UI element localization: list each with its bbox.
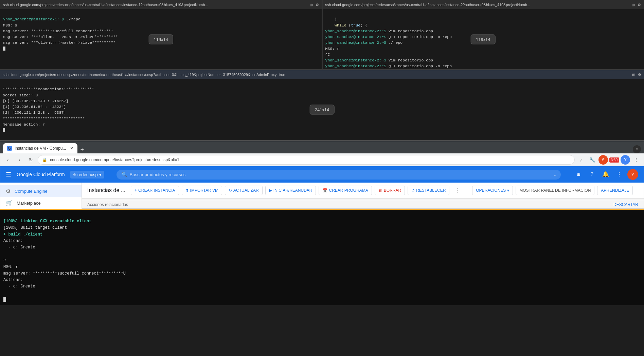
terminal-middle-body: ***************connections************* … (0, 79, 644, 140)
terminal-top-left-content: yhon_sanchez@instance-1:~$ ./repo MSG: s… (3, 11, 319, 52)
mid-cursor: █ (3, 128, 5, 132)
terminal-middle-dimension: 241x14 (310, 105, 335, 115)
tr-cmd1: vim repositorio.cpp (386, 29, 433, 33)
terminal-cmd: ./repo (64, 17, 80, 21)
terminal-top-right-title: ssh.cloud.google.com/projects/redesucsp/… (325, 3, 531, 7)
help-icon[interactable]: ? (587, 169, 597, 180)
ip-internal-1: 10.128.0.3 (nic0) (351, 199, 458, 200)
terminal-prompt: yhon_sanchez@instance-1:~$ (3, 17, 64, 21)
url-text: console.cloud.google.com/compute/instanc… (50, 157, 179, 162)
profile-avatar[interactable]: Y (621, 155, 630, 165)
tr-cmd4: vim repositorio.cpp (386, 58, 433, 62)
tr-cmd2: g++ repositorio.cpp -o repo (386, 35, 452, 39)
bt-line1: [100%] Linking CXX executable client (3, 219, 91, 224)
tr-prompt3: yhon_sanchez@instance-2:~$ (325, 40, 386, 45)
gcp-logo-text: Google Cloud Platform (17, 172, 65, 177)
more-actions-btn[interactable]: ⋮ (452, 185, 464, 195)
back-btn[interactable]: ‹ (3, 155, 13, 165)
address-bar[interactable]: 🔒 console.cloud.google.com/compute/insta… (38, 155, 575, 165)
aprendizaje-btn[interactable]: APRENDIZAJE (597, 186, 633, 195)
terminal-top-left-title: ssh.cloud.google.com/projects/redesucsp/… (3, 3, 208, 7)
compute-icon: ⚙ (6, 188, 11, 194)
refresh-btn[interactable]: ↻ (26, 155, 36, 165)
top-terminals-container: ssh.cloud.google.com/projects/redesucsp/… (0, 0, 644, 70)
iniciar-btn[interactable]: ▶ INICIAR/REANUDAR (265, 186, 316, 195)
browser-toolbar-right: ☆ 🔧 A 3:30 Y ⋮ (577, 155, 641, 165)
browser-tabs: G Instancias de VM - Compu... ✕ + ○ (0, 141, 644, 153)
sidebar-item-marketplace[interactable]: 🛒 Marketplace (0, 197, 82, 209)
terminal-top-left: ssh.cloud.google.com/projects/redesucsp/… (0, 0, 322, 70)
browser-tab-active[interactable]: G Instancias de VM - Compu... ✕ (3, 143, 77, 153)
browser-chrome: G Instancias de VM - Compu... ✕ + ○ ‹ › … (0, 141, 644, 166)
t1cursor: █ (3, 46, 5, 51)
more-options-icon[interactable]: ⋮ (614, 169, 625, 180)
tab-favicon: G (7, 146, 12, 151)
tr-keyword: while (335, 23, 346, 27)
tab-title: Instancias de VM - Compu... (15, 146, 66, 151)
discard-btn[interactable]: DESCARTAR (613, 202, 638, 207)
code-icon[interactable]: ⊞ (573, 169, 584, 180)
ops-dropdown: ▾ (507, 188, 509, 193)
play-icon: ▶ (269, 188, 272, 193)
gcp-search-bar: 🔍 ⌄ (117, 170, 561, 180)
panel-info-btn[interactable]: MOSTRAR PANEL DE INFORMACIÓN (516, 186, 594, 195)
sidebar-marketplace-label: Marketplace (17, 201, 41, 206)
gear-icon[interactable]: ⚙ (316, 3, 319, 7)
related-actions-label: Acciones relacionadas (87, 202, 128, 207)
gcp-search-input[interactable] (130, 172, 551, 177)
restablecer-btn[interactable]: ↺ RESTABLECER (408, 186, 449, 195)
tr-paren1: ( (346, 23, 351, 27)
gear-icon-mid[interactable]: ⚙ (638, 73, 641, 77)
sidebar-item-compute[interactable]: ⚙ Compute Engine (0, 185, 82, 197)
more-icon[interactable]: ⋮ (631, 155, 641, 165)
gcp-header: ☰ Google Cloud Platform ⊙ redesucsp ▾ 🔍 … (0, 166, 644, 183)
grid-icon-right[interactable]: ⊞ (632, 3, 635, 7)
gcp-logo: Google Cloud Platform (17, 172, 65, 177)
crear-icon: + (135, 188, 137, 193)
terminal-top-right-body: } while (true) { yhon_sanchez@instance-2… (323, 9, 644, 69)
profile-icon[interactable]: A (598, 155, 608, 165)
importar-vm-btn[interactable]: ⬆ IMPORTAR VM (182, 186, 222, 195)
grid-icon[interactable]: ⊞ (310, 3, 313, 7)
terminal-top-right-dimension: 119x14 (471, 34, 496, 44)
tr-prompt2: yhon_sanchez@instance-2:~$ (325, 35, 386, 39)
tr-prompt1: yhon_sanchez@instance-2:~$ (325, 29, 386, 33)
hamburger-menu[interactable]: ☰ (6, 171, 11, 178)
extensions-icon[interactable]: 🔧 (588, 155, 597, 165)
t1l2: MSG: s msg server: *********succefull co… (3, 23, 118, 45)
new-tab-btn[interactable]: + (80, 147, 84, 153)
refresh-icon: ↻ (229, 188, 232, 193)
mid-line1: ***************connections************* … (3, 87, 94, 127)
gcp-sidebar: ⚙ Compute Engine 🛒 Marketplace 📋 Release… (0, 183, 82, 209)
reset-icon: ↺ (411, 188, 415, 193)
actualizar-btn[interactable]: ↻ ACTUALIZAR (225, 186, 263, 195)
gcp-footer: Acciones relacionadas DESCARTAR (82, 200, 644, 209)
gcp-main: Instancias de ... + CREAR INSTANCIA ⬆ IM… (82, 183, 644, 209)
browser-window: G Instancias de VM - Compu... ✕ + ○ ‹ › … (0, 141, 644, 209)
user-avatar[interactable]: Y (627, 169, 638, 180)
terminal-bottom: [100%] Linking CXX executable client [10… (0, 209, 644, 305)
gear-icon-right[interactable]: ⚙ (638, 3, 641, 7)
search-expand-icon[interactable]: ⌄ (554, 172, 556, 177)
terminal-top-right-icons: ⊞ ⚙ (632, 3, 641, 7)
bt-line3: + build ./client (3, 232, 42, 237)
crear-instancia-btn[interactable]: + CREAR INSTANCIA (131, 186, 179, 195)
forward-btn[interactable]: › (15, 155, 24, 165)
tr-paren2: ) { (360, 23, 368, 27)
tr-true: true (351, 23, 360, 27)
notifications-icon[interactable]: 🔔 (600, 169, 611, 180)
table-row-instance2: ✓ instance-2 us-central1-a 10.128.0.3 (n… (82, 199, 644, 200)
grid-icon-mid[interactable]: ⊞ (632, 73, 635, 77)
gcp-page-title: Instancias de ... (87, 187, 125, 193)
trash-icon: 🗑 (378, 188, 382, 193)
search-icon: 🔍 (121, 172, 127, 177)
tr-prompt5: yhon_sanchez@instance-2:~$ (325, 64, 386, 68)
tr-cmd5: g++ repositorio.cpp -o repo (386, 64, 452, 68)
tab-close-btn[interactable]: ✕ (70, 146, 73, 151)
bt-cursor (3, 297, 6, 302)
borrar-btn[interactable]: 🗑 BORRAR (375, 186, 405, 195)
operaciones-btn[interactable]: OPERACIONES ▾ (472, 186, 513, 195)
star-icon[interactable]: ☆ (577, 155, 586, 165)
crear-programa-btn[interactable]: 📅 CREAR PROGRAMA (319, 186, 372, 195)
project-selector[interactable]: ⊙ redesucsp ▾ (70, 171, 104, 179)
